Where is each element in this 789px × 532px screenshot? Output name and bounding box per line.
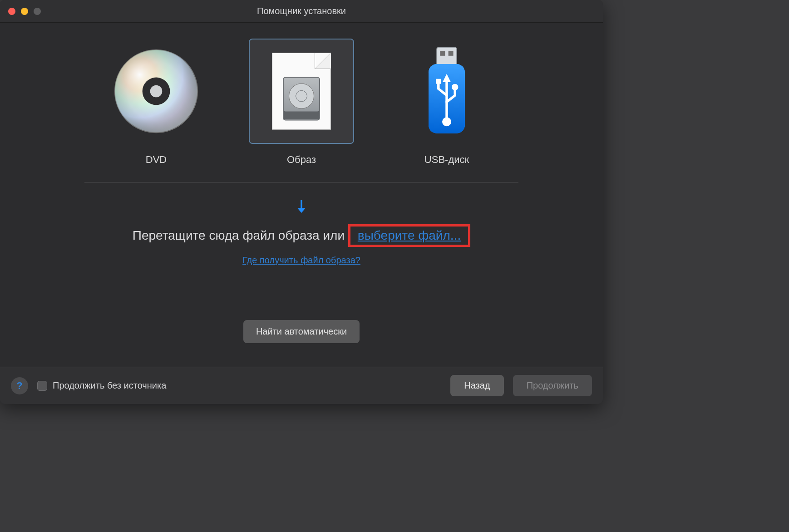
drop-instruction: Перетащите сюда файл образа или выберите… bbox=[133, 224, 470, 247]
usb-tile bbox=[394, 39, 499, 144]
svg-rect-5 bbox=[440, 51, 445, 56]
svg-point-12 bbox=[452, 84, 459, 91]
content-area: DVD Образ bbox=[0, 23, 603, 367]
svg-rect-11 bbox=[436, 79, 441, 84]
footer-bar: ? Продолжить без источника Назад Продолж… bbox=[0, 367, 603, 404]
drop-prefix-text: Перетащите сюда файл образа или bbox=[133, 228, 348, 242]
dvd-tile bbox=[104, 39, 209, 144]
disk-image-icon bbox=[272, 53, 331, 130]
choose-file-link[interactable]: выберите файл... bbox=[358, 228, 461, 242]
option-image[interactable]: Образ bbox=[245, 39, 358, 166]
find-automatically-button[interactable]: Найти автоматически bbox=[243, 320, 360, 343]
divider bbox=[84, 182, 518, 182]
help-link-text[interactable]: Где получить файл образа? bbox=[242, 255, 360, 265]
option-dvd-label: DVD bbox=[146, 154, 167, 166]
checkbox-label: Продолжить без источника bbox=[53, 380, 166, 391]
window-minimize-button[interactable] bbox=[21, 8, 28, 15]
svg-rect-4 bbox=[437, 48, 457, 66]
help-button[interactable]: ? bbox=[11, 377, 28, 394]
window-title: Помощник установки bbox=[0, 6, 603, 16]
title-bar: Помощник установки bbox=[0, 0, 603, 23]
installer-window: Помощник установки bbox=[0, 0, 603, 404]
window-zoom-button[interactable] bbox=[34, 8, 41, 15]
option-usb[interactable]: USB-диск bbox=[390, 39, 503, 166]
continue-without-source-checkbox[interactable]: Продолжить без источника bbox=[37, 380, 166, 391]
option-image-label: Образ bbox=[287, 154, 316, 166]
arrow-down-icon bbox=[292, 197, 311, 218]
checkbox-box[interactable] bbox=[37, 381, 47, 391]
disc-icon bbox=[113, 48, 199, 134]
source-options: DVD Образ bbox=[99, 39, 503, 166]
svg-point-3 bbox=[150, 85, 163, 98]
option-dvd[interactable]: DVD bbox=[99, 39, 213, 166]
svg-point-10 bbox=[444, 118, 450, 125]
back-button[interactable]: Назад bbox=[450, 375, 503, 396]
option-usb-label: USB-диск bbox=[424, 154, 469, 166]
svg-rect-6 bbox=[449, 51, 454, 56]
window-close-button[interactable] bbox=[8, 8, 15, 15]
where-to-get-image-link[interactable]: Где получить файл образа? bbox=[242, 255, 360, 266]
image-tile bbox=[249, 39, 354, 144]
traffic-lights bbox=[8, 8, 41, 15]
usb-drive-icon bbox=[422, 46, 472, 137]
continue-button[interactable]: Продолжить bbox=[513, 375, 592, 396]
choose-file-highlight-box: выберите файл... bbox=[348, 224, 470, 247]
